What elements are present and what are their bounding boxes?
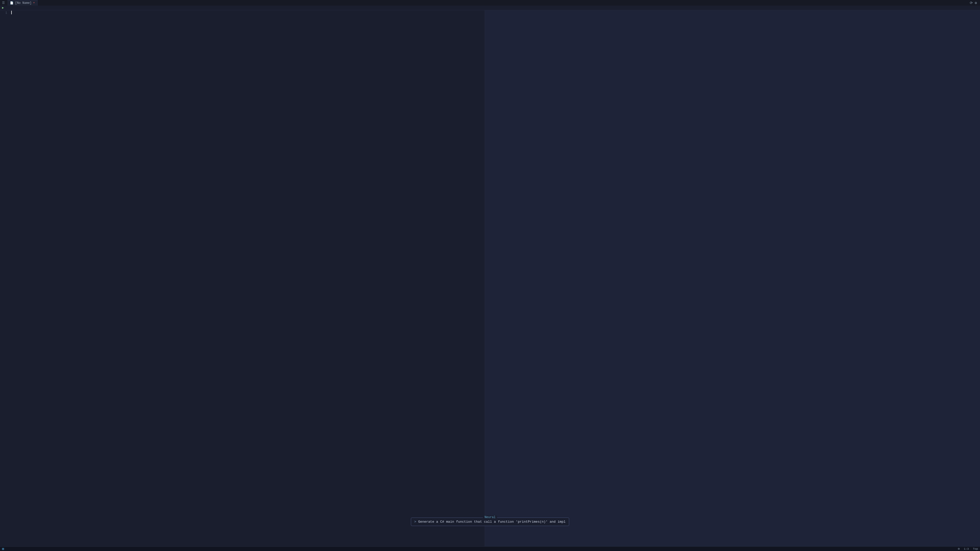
neural-box: Neural > [411,518,569,526]
settings-icon[interactable]: ⚙ [975,1,977,5]
status-left [2,548,4,550]
editor-pane-right[interactable] [485,10,980,546]
editor-pane-left[interactable] [9,10,485,546]
cursor-position: 1:3 [964,548,969,551]
status-bar: ⚙ 1:3 Top [0,546,980,551]
neural-input[interactable] [418,520,566,524]
line-numbers: 1 [0,10,9,546]
neural-prompt: > [414,520,416,524]
editor-cursor-line [11,11,483,14]
menu-icon[interactable]: ☰ [1,0,6,5]
title-bar: ☰ 📄 [No Name] × ⟳ ⚙ [0,0,980,6]
status-gear-icon[interactable]: ⚙ [958,547,959,551]
status-right: ⚙ 1:3 Top [958,547,978,551]
title-bar-left: ☰ 📄 [No Name] × [1,0,38,6]
editor-body: 1 [0,10,980,546]
title-bar-right: ⟳ ⚙ [970,1,979,5]
tab[interactable]: 📄 [No Name] × [7,0,38,6]
main-content: 1 Neural > [0,10,980,546]
status-indicator [2,548,4,550]
editor-cursor [11,11,12,14]
neural-label: Neural [483,516,497,519]
line-number-1: 1 [1,11,7,16]
run-button[interactable]: ▶ [1,6,5,10]
toolbar: ▶ [0,6,980,10]
scroll-position: Top [973,548,978,551]
editor-split [9,10,980,546]
refresh-icon[interactable]: ⟳ [970,1,973,5]
tab-label: [No Name] [15,1,32,5]
neural-overlay: Neural > [411,518,569,526]
tab-file-icon: 📄 [10,1,14,5]
tab-close-button[interactable]: × [33,2,35,4]
